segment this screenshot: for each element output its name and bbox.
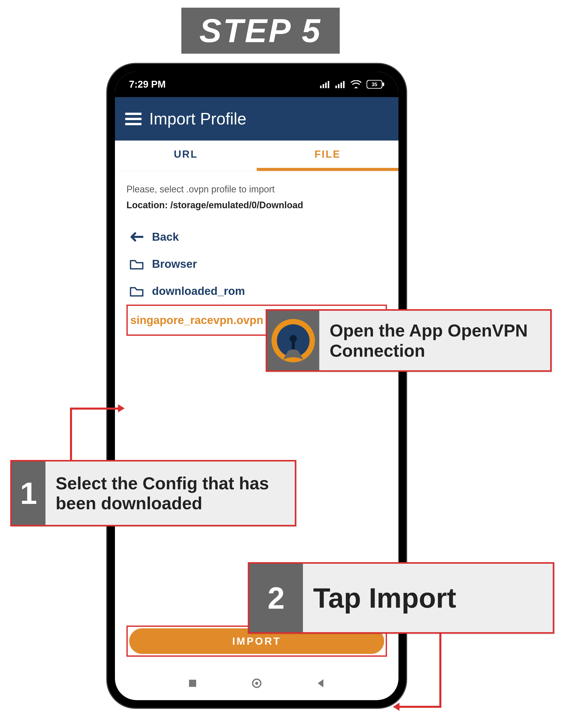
nav-recent-icon[interactable] <box>188 678 198 689</box>
svg-rect-11 <box>189 680 196 687</box>
connector-arrow-icon <box>118 404 125 412</box>
nav-back-icon[interactable] <box>316 678 326 689</box>
selected-file-name: singapore_racevpn.ovpn <box>130 314 263 327</box>
callout-step-2: 2 Tap Import <box>248 562 554 634</box>
svg-rect-6 <box>340 83 342 88</box>
battery-icon: 35 <box>366 80 384 89</box>
hamburger-icon[interactable] <box>125 113 142 125</box>
callout-text: Select the Config that has been download… <box>45 461 295 525</box>
back-label: Back <box>152 230 179 243</box>
app-header: Import Profile <box>115 97 398 141</box>
callout-open-app: Open the App OpenVPN Connection <box>266 309 552 372</box>
signal-icon <box>320 80 330 88</box>
instruction-text: Please, select .ovpn profile to import <box>127 184 387 195</box>
svg-rect-0 <box>320 86 321 88</box>
nav-home-icon[interactable] <box>251 678 262 690</box>
android-nav-bar <box>115 678 398 690</box>
svg-point-13 <box>255 682 258 685</box>
wifi-icon <box>351 80 361 88</box>
folder-icon <box>129 285 144 297</box>
folder-label: Browser <box>152 258 197 270</box>
tabs: URL FILE <box>115 141 398 171</box>
svg-text:35: 35 <box>372 82 377 87</box>
location-text: Location: /storage/emulated/0/Download <box>127 200 387 211</box>
svg-rect-4 <box>335 86 337 88</box>
svg-rect-18 <box>292 339 295 349</box>
svg-rect-5 <box>338 84 339 88</box>
openvpn-logo <box>267 311 319 370</box>
signal-icon-2 <box>335 80 345 88</box>
camera-notch <box>252 79 262 89</box>
app-title: Import Profile <box>149 109 247 128</box>
connector-arrow-icon <box>393 703 399 711</box>
connector-line <box>399 706 441 708</box>
connector-line <box>439 634 441 708</box>
status-time: 7:29 PM <box>129 79 166 90</box>
svg-rect-7 <box>343 81 344 88</box>
back-arrow-icon <box>129 232 144 242</box>
back-row[interactable]: Back <box>127 223 387 250</box>
folder-icon <box>129 258 144 270</box>
status-icons: 35 <box>320 80 384 89</box>
svg-rect-2 <box>325 83 327 88</box>
tab-url[interactable]: URL <box>115 141 257 171</box>
connector-line <box>70 408 72 461</box>
svg-rect-1 <box>322 84 324 88</box>
folder-row-browser[interactable]: Browser <box>127 250 387 278</box>
connector-line <box>70 408 121 410</box>
svg-rect-9 <box>383 83 384 86</box>
callout-text: Open the App OpenVPN Connection <box>319 311 550 370</box>
folder-row-downloaded-rom[interactable]: downloaded_rom <box>127 278 387 305</box>
callout-badge-1: 1 <box>12 461 45 525</box>
step-banner: STEP 5 <box>181 8 340 54</box>
svg-rect-3 <box>328 81 329 88</box>
tab-file[interactable]: FILE <box>257 141 398 171</box>
callout-badge-2: 2 <box>249 564 303 632</box>
callout-step-1: 1 Select the Config that has been downlo… <box>10 460 296 526</box>
callout-text: Tap Import <box>303 564 466 632</box>
folder-label: downloaded_rom <box>152 285 245 297</box>
